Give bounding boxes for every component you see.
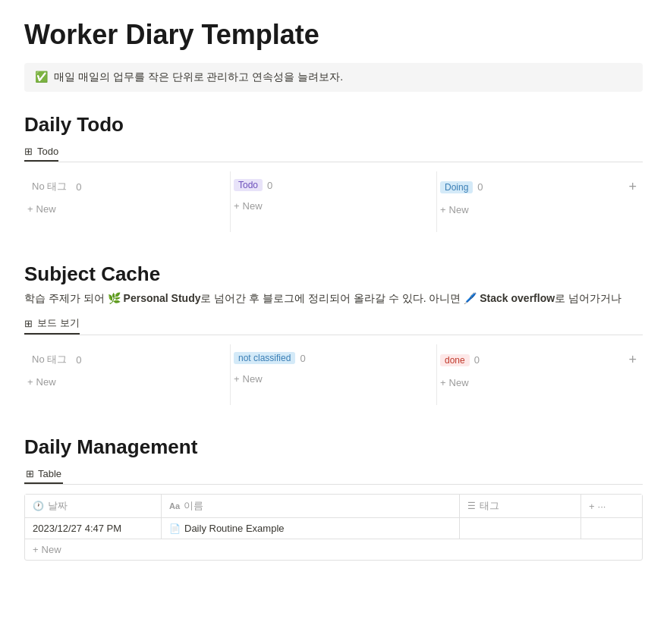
subject-cache-divider xyxy=(24,335,643,335)
table-tab-label: Table xyxy=(38,468,61,479)
todo-view-tab[interactable]: ⊞ Todo xyxy=(24,143,58,162)
table-new-row[interactable]: + New xyxy=(25,539,642,560)
todo-col-no-tag-label: No 태그 xyxy=(27,179,71,194)
cache-col-not-classified: not classified 0 + New xyxy=(231,344,437,405)
cache-col-no-tag-header: No 태그 0 xyxy=(27,352,224,367)
callout-icon: ✅ xyxy=(35,71,48,83)
cache-col-done-label: done xyxy=(440,354,470,366)
page-title: Worker Diary Template xyxy=(24,18,643,51)
daily-management-title: Daily Management xyxy=(24,435,643,459)
todo-col-todo-header: Todo 0 xyxy=(234,179,430,191)
daily-todo-title: Daily Todo xyxy=(24,113,643,137)
plus-icon: + xyxy=(234,373,240,385)
todo-tab-label: Todo xyxy=(37,146,58,157)
subject-cache-tab-container: ⊞ 보드 보기 xyxy=(24,313,643,335)
date-col-label: 날짜 xyxy=(48,499,68,513)
todo-col-doing-plus[interactable]: + xyxy=(628,179,637,195)
cache-col-no-tag: No 태그 0 + New xyxy=(24,344,231,405)
table-cell-add xyxy=(581,518,642,539)
cache-col-no-tag-label: No 태그 xyxy=(27,352,71,367)
plus-icon: + xyxy=(234,200,240,212)
todo-kanban-board: No 태그 0 + New Todo 0 + New Doing 0 xyxy=(24,171,643,232)
board-view-tab[interactable]: ⊞ 보드 보기 xyxy=(24,313,80,335)
daily-management-section: Daily Management ⊞ Table 🕐 날짜 Aa 이름 ☰ 태그… xyxy=(24,435,643,561)
table-view-tab[interactable]: ⊞ Table xyxy=(24,465,63,484)
table-cell-name: 📄 Daily Routine Example xyxy=(162,518,460,539)
todo-tab-icon: ⊞ xyxy=(24,146,33,157)
date-icon: 🕐 xyxy=(33,501,44,511)
todo-col-doing: Doing 0 + + New xyxy=(437,171,643,232)
daily-management-divider xyxy=(24,484,643,485)
callout-text: 매일 매일의 업무를 작은 단위로 관리하고 연속성을 늘려보자. xyxy=(54,71,343,84)
name-icon: Aa xyxy=(169,501,180,510)
todo-col-doing-new[interactable]: + New xyxy=(440,203,637,217)
new-label: New xyxy=(243,200,263,212)
todo-col-todo-label: Todo xyxy=(234,179,263,191)
name-col-label: 이름 xyxy=(184,499,203,513)
table-header-date: 🕐 날짜 xyxy=(25,495,162,517)
plus-icon: + xyxy=(27,376,33,388)
add-col-plus: + xyxy=(589,501,595,512)
cache-col-done-header: done 0 + xyxy=(440,352,637,368)
row-name-value: Daily Routine Example xyxy=(184,523,285,534)
plus-icon: + xyxy=(27,203,33,215)
subject-cache-board: No 태그 0 + New not classified 0 + New don… xyxy=(24,344,643,405)
todo-col-doing-header: Doing 0 + xyxy=(440,179,637,195)
callout-box: ✅ 매일 매일의 업무를 작은 단위로 관리하고 연속성을 늘려보자. xyxy=(24,63,643,92)
todo-col-todo: Todo 0 + New xyxy=(231,171,437,232)
daily-management-table: 🕐 날짜 Aa 이름 ☰ 태그 + ··· 2023/12/27 4:47 PM… xyxy=(24,494,643,561)
cache-col-not-classified-label: not classified xyxy=(234,352,295,364)
plus-icon: + xyxy=(440,204,446,215)
table-header-name: Aa 이름 xyxy=(162,495,460,517)
todo-col-todo-new[interactable]: + New xyxy=(234,199,430,213)
daily-management-tab-container: ⊞ Table xyxy=(24,465,643,484)
subject-cache-desc: 학습 주제가 되어 🌿 Personal Study로 넘어간 후 블로그에 정… xyxy=(24,292,643,306)
new-label: New xyxy=(36,203,56,215)
table-new-plus: + xyxy=(33,544,39,555)
todo-col-no-tag-header: No 태그 0 xyxy=(27,179,224,194)
todo-col-doing-label: Doing xyxy=(440,181,473,193)
table-cell-tag xyxy=(460,518,581,539)
cache-col-done-count: 0 xyxy=(474,354,480,366)
new-label: New xyxy=(449,204,469,215)
cache-col-done: done 0 + + New xyxy=(437,344,643,405)
row-date-value: 2023/12/27 4:47 PM xyxy=(33,523,121,534)
todo-col-doing-count: 0 xyxy=(477,181,483,193)
table-tab-icon: ⊞ xyxy=(26,468,34,479)
new-label: New xyxy=(36,376,56,388)
table-header-add[interactable]: + ··· xyxy=(581,495,642,517)
todo-col-no-tag: No 태그 0 + New xyxy=(24,171,231,232)
daily-todo-section: Daily Todo ⊞ Todo No 태그 0 + New Todo 0 xyxy=(24,113,643,232)
subject-cache-section: Subject Cache 학습 주제가 되어 🌿 Personal Study… xyxy=(24,262,643,405)
tag-col-label: 태그 xyxy=(480,499,499,513)
table-cell-date: 2023/12/27 4:47 PM xyxy=(25,518,162,539)
cache-col-done-new[interactable]: + New xyxy=(440,375,637,390)
tag-icon: ☰ xyxy=(467,501,476,511)
cache-col-not-classified-new[interactable]: + New xyxy=(234,372,430,386)
todo-col-no-tag-new[interactable]: + New xyxy=(27,202,224,216)
table-row[interactable]: 2023/12/27 4:47 PM 📄 Daily Routine Examp… xyxy=(25,518,642,539)
table-new-label: New xyxy=(42,544,61,555)
todo-col-no-tag-count: 0 xyxy=(76,181,81,193)
todo-divider xyxy=(24,162,643,162)
add-col-dots: ··· xyxy=(598,501,606,512)
table-header-tag: ☰ 태그 xyxy=(460,495,581,517)
subject-cache-title: Subject Cache xyxy=(24,262,643,286)
daily-todo-tab-container: ⊞ Todo xyxy=(24,143,643,162)
cache-col-not-classified-header: not classified 0 xyxy=(234,352,430,364)
cache-col-not-classified-count: 0 xyxy=(300,353,305,364)
todo-col-todo-count: 0 xyxy=(267,180,272,191)
new-label: New xyxy=(449,377,469,388)
board-tab-icon: ⊞ xyxy=(24,318,33,329)
new-label: New xyxy=(243,373,263,385)
cache-col-done-plus[interactable]: + xyxy=(628,352,637,368)
board-tab-label: 보드 보기 xyxy=(37,316,80,330)
plus-icon: + xyxy=(440,377,446,388)
cache-col-no-tag-count: 0 xyxy=(76,354,81,366)
table-header-row: 🕐 날짜 Aa 이름 ☰ 태그 + ··· xyxy=(25,495,642,518)
row-name-icon: 📄 xyxy=(169,523,181,534)
cache-col-no-tag-new[interactable]: + New xyxy=(27,375,224,389)
